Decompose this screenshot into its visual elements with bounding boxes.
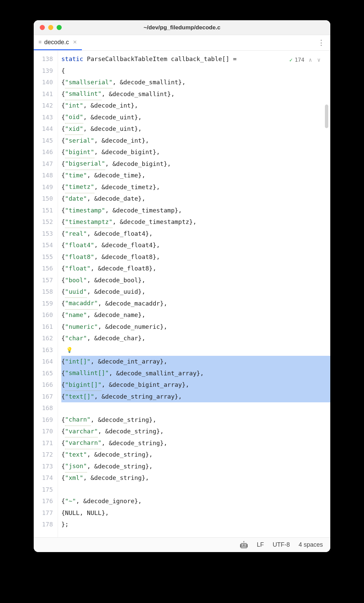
code-line[interactable]: {"json", &decode_string}, <box>61 461 330 472</box>
code-line[interactable]: {"time", &decode_time}, <box>61 170 330 181</box>
code-line[interactable]: {"bigint[]", &decode_bigint_array}, <box>61 379 330 391</box>
line-number: 169 <box>34 414 53 426</box>
code-line[interactable]: {"timestamptz", &decode_timestamptz}, <box>61 216 330 228</box>
line-number-gutter: 1381391401411421431441451461471481491501… <box>34 51 58 537</box>
line-number: 167 <box>34 391 53 403</box>
code-line[interactable]: {"timetz", &decode_timetz}, <box>61 181 330 193</box>
tab-bar: ≡ decode.c ✕ ⋮ <box>34 35 330 51</box>
code-line[interactable]: {"name", &decode_name}, <box>61 309 330 321</box>
line-number: 166 <box>34 379 53 391</box>
status-bar: 🤖 LF UTF-8 4 spaces <box>34 537 330 552</box>
code-line[interactable]: {"uuid", &decode_uuid}, <box>61 286 330 298</box>
code-line[interactable]: {"oid", &decode_uint}, <box>61 112 330 123</box>
code-line[interactable]: {"int", &decode_int}, <box>61 100 330 112</box>
editor-area: 1381391401411421431441451461471481491501… <box>34 51 330 537</box>
line-number: 146 <box>34 146 53 158</box>
code-line[interactable]: {"date", &decode_date}, <box>61 193 330 205</box>
window-controls <box>40 25 62 30</box>
code-line[interactable]: {"timestamp", &decode_timestamp}, <box>61 205 330 217</box>
line-number: 147 <box>34 158 53 170</box>
code-line[interactable]: {"varcharn", &decode_string}, <box>61 437 330 449</box>
line-separator-status[interactable]: LF <box>257 541 264 548</box>
code-line[interactable]: {"~", &decode_ignore}, <box>61 495 330 507</box>
prev-problem-icon[interactable]: ∧ <box>309 57 312 63</box>
tab-decode-c[interactable]: ≡ decode.c ✕ <box>34 35 82 50</box>
code-line[interactable]: {"smallserial", &decode_smallint}, <box>61 77 330 88</box>
file-icon: ≡ <box>38 39 41 45</box>
line-number: 158 <box>34 286 53 298</box>
code-line[interactable]: {"bool", &decode_bool}, <box>61 275 330 286</box>
code-line[interactable]: }; <box>61 519 330 530</box>
code-line[interactable]: {"serial", &decode_int}, <box>61 135 330 147</box>
editor-window: ~/dev/pg_filedump/decode.c ≡ decode.c ✕ … <box>34 20 330 552</box>
code-line[interactable]: {"xml", &decode_string}, <box>61 472 330 484</box>
code-line[interactable]: {"float8", &decode_float8}, <box>61 251 330 263</box>
code-line[interactable]: {"text", &decode_string}, <box>61 449 330 461</box>
line-number: 150 <box>34 193 53 205</box>
line-number: 163 <box>34 344 53 356</box>
close-tab-icon[interactable]: ✕ <box>73 39 77 45</box>
line-number: 162 <box>34 333 53 344</box>
line-number: 156 <box>34 263 53 275</box>
window-title: ~/dev/pg_filedump/decode.c <box>34 24 330 31</box>
line-number: 174 <box>34 472 53 484</box>
code-editor[interactable]: 1381391401411421431441451461471481491501… <box>34 51 330 537</box>
line-number: 144 <box>34 123 53 135</box>
line-number: 172 <box>34 449 53 461</box>
line-number: 160 <box>34 309 53 321</box>
copilot-icon[interactable]: 🤖 <box>240 541 248 549</box>
line-number: 140 <box>34 77 53 88</box>
line-number: 161 <box>34 321 53 333</box>
code-line[interactable]: { <box>61 65 330 77</box>
encoding-status[interactable]: UTF-8 <box>273 541 290 548</box>
line-number: 168 <box>34 402 53 414</box>
line-number: 148 <box>34 170 53 181</box>
code-line[interactable]: {"bigserial", &decode_bigint}, <box>61 158 330 170</box>
code-content[interactable]: static ParseCallbackTableItem callback_t… <box>58 51 330 537</box>
code-line[interactable]: {"xid", &decode_uint}, <box>61 123 330 135</box>
intention-bulb-icon[interactable]: 💡 <box>66 344 73 356</box>
line-number: 155 <box>34 251 53 263</box>
inspection-badge[interactable]: ✓ 174 ∧ ∨ <box>287 54 324 67</box>
code-line[interactable]: {"smallint", &decode_smallint}, <box>61 88 330 100</box>
line-number: 154 <box>34 239 53 251</box>
code-line[interactable]: {"smallint[]", &decode_smallint_array}, <box>61 368 330 379</box>
indent-status[interactable]: 4 spaces <box>299 541 323 548</box>
line-number: 173 <box>34 461 53 472</box>
code-line[interactable]: {"bigint", &decode_bigint}, <box>61 146 330 158</box>
check-icon: ✓ <box>290 54 293 66</box>
scrollbar-thumb[interactable] <box>325 105 328 128</box>
titlebar: ~/dev/pg_filedump/decode.c <box>34 20 330 35</box>
code-line[interactable]: {"char", &decode_char}, <box>61 333 330 344</box>
line-number: 165 <box>34 368 53 379</box>
line-number: 145 <box>34 135 53 147</box>
code-line[interactable]: {"text[]", &decode_string_array}, <box>61 391 330 403</box>
tab-overflow-menu[interactable]: ⋮ <box>311 35 330 50</box>
code-line[interactable]: {"numeric", &decode_numeric}, <box>61 321 330 333</box>
code-line[interactable] <box>61 402 330 414</box>
line-number: 151 <box>34 205 53 217</box>
next-problem-icon[interactable]: ∨ <box>317 57 321 63</box>
code-line[interactable]: {"float", &decode_float8}, <box>61 263 330 275</box>
minimize-window-button[interactable] <box>48 25 53 30</box>
code-line[interactable]: {"charn", &decode_string}, <box>61 414 330 426</box>
line-number: 176 <box>34 495 53 507</box>
line-number: 149 <box>34 181 53 193</box>
line-number: 175 <box>34 484 53 496</box>
line-number: 171 <box>34 437 53 449</box>
code-line[interactable]: {"varchar", &decode_string}, <box>61 426 330 437</box>
code-line[interactable]: {"float4", &decode_float4}, <box>61 239 330 251</box>
code-line[interactable]: {"int[]", &decode_int_array}, <box>61 356 330 368</box>
line-number: 142 <box>34 100 53 112</box>
code-line[interactable]: {"real", &decode_float4}, <box>61 228 330 240</box>
close-window-button[interactable] <box>40 25 45 30</box>
code-line[interactable]: {NULL, NULL}, <box>61 507 330 519</box>
line-number: 178 <box>34 519 53 530</box>
line-number: 141 <box>34 88 53 100</box>
tab-label: decode.c <box>44 39 69 46</box>
zoom-window-button[interactable] <box>57 25 62 30</box>
line-number: 152 <box>34 216 53 228</box>
code-line[interactable]: 💡 <box>61 344 330 356</box>
code-line[interactable] <box>61 484 330 496</box>
code-line[interactable]: {"macaddr", &decode_macaddr}, <box>61 298 330 310</box>
